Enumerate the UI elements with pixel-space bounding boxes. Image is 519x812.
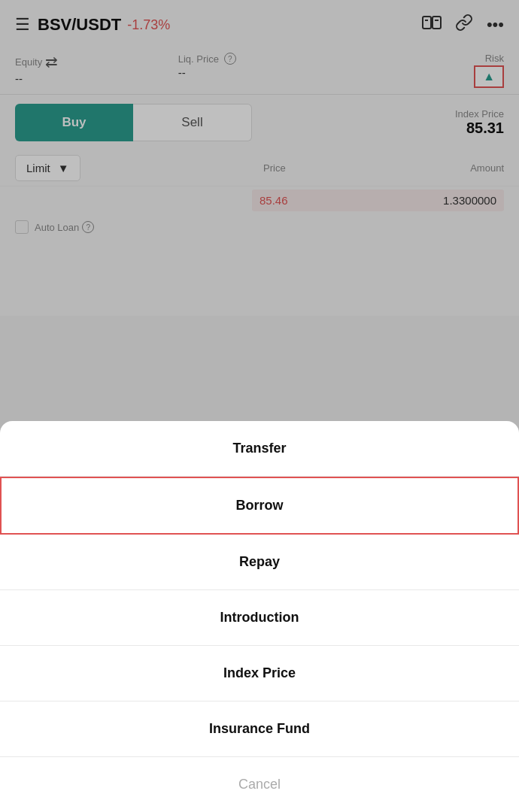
sheet-item-insurance-fund-label: Insurance Fund (209, 721, 310, 737)
sheet-item-insurance-fund[interactable]: Insurance Fund (0, 701, 519, 757)
sheet-item-transfer[interactable]: Transfer (0, 421, 519, 477)
sheet-cancel-label: Cancel (238, 777, 281, 792)
sheet-item-borrow[interactable]: Borrow (0, 477, 519, 535)
sheet-item-introduction[interactable]: Introduction (0, 590, 519, 646)
sheet-cancel-button[interactable]: Cancel (0, 757, 519, 812)
sheet-item-index-price-label: Index Price (223, 665, 296, 681)
sheet-item-index-price[interactable]: Index Price (0, 646, 519, 701)
sheet-item-introduction-label: Introduction (220, 610, 299, 626)
bottom-sheet: Transfer Borrow Repay Introduction Index… (0, 421, 519, 812)
sheet-item-repay[interactable]: Repay (0, 535, 519, 590)
sheet-item-repay-label: Repay (239, 554, 280, 570)
sheet-item-borrow-label: Borrow (236, 498, 284, 514)
sheet-item-transfer-label: Transfer (232, 441, 286, 456)
